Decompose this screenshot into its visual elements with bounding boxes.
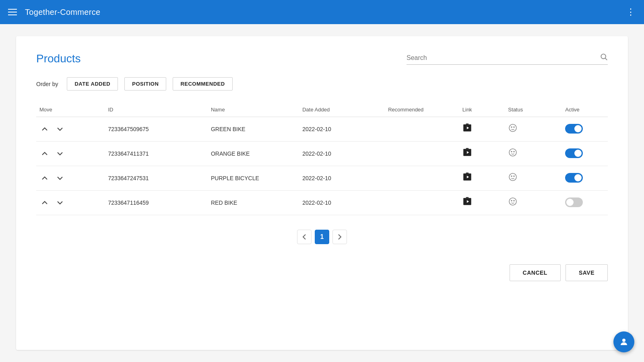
product-id: 7233647411371: [105, 142, 208, 166]
cancel-button[interactable]: CANCEL: [510, 264, 561, 281]
content-card: Products Order by DATE ADDED POSITION RE…: [16, 36, 628, 350]
product-status-cell: [505, 142, 562, 166]
svg-point-0: [601, 54, 606, 59]
svg-rect-16: [466, 173, 469, 174]
order-by-recommended[interactable]: RECOMMENDED: [173, 77, 232, 90]
move-down-button[interactable]: [55, 174, 65, 183]
main-container: Products Order by DATE ADDED POSITION RE…: [0, 24, 644, 362]
move-up-button[interactable]: [39, 198, 50, 207]
bottom-actions: CANCEL SAVE: [36, 264, 608, 281]
move-down-button[interactable]: [55, 125, 65, 134]
col-header-status: Status: [505, 103, 562, 117]
move-up-button[interactable]: [39, 149, 50, 158]
product-recommended: [385, 166, 459, 191]
app-title: Together-Commerce: [25, 8, 100, 17]
active-toggle[interactable]: [565, 173, 583, 183]
top-navigation: Together-Commerce ⋮: [0, 0, 644, 24]
col-header-link: Link: [459, 103, 505, 117]
product-recommended: [385, 117, 459, 142]
col-header-active: Active: [562, 103, 608, 117]
svg-rect-4: [466, 123, 469, 125]
status-smiley-icon[interactable]: [508, 174, 518, 184]
link-bag-icon[interactable]: [462, 125, 473, 135]
product-name: ORANGE BIKE: [208, 142, 299, 166]
svg-point-25: [514, 200, 514, 201]
move-down-button[interactable]: [55, 198, 65, 207]
product-date: 2022-02-10: [299, 142, 385, 166]
save-button[interactable]: SAVE: [566, 264, 608, 281]
table-row: 7233647411371 ORANGE BIKE 2022-02-10: [36, 142, 608, 166]
order-by-date-added[interactable]: DATE ADDED: [67, 77, 118, 90]
products-table: Move ID Name Date Added Recommended Link…: [36, 103, 608, 215]
link-bag-icon[interactable]: [462, 174, 473, 184]
active-toggle[interactable]: [565, 124, 583, 134]
table-row: 7233647247531 PURPLE BICYCLE 2022-02-10: [36, 166, 608, 191]
table-row: 7233647116459 RED BIKE 2022-02-10: [36, 191, 608, 215]
svg-point-6: [511, 127, 512, 128]
table-row: 7233647509675 GREEN BIKE 2022-02-10: [36, 117, 608, 142]
svg-point-26: [622, 339, 625, 342]
order-by-label: Order by: [36, 81, 58, 87]
move-up-button[interactable]: [39, 174, 50, 183]
svg-point-18: [511, 176, 512, 177]
product-link-cell: [459, 191, 505, 215]
hamburger-icon[interactable]: [8, 9, 17, 15]
col-header-recommended: Recommended: [385, 103, 459, 117]
move-cell: [39, 174, 101, 183]
header-row: Products: [36, 52, 608, 65]
product-link-cell: [459, 166, 505, 191]
product-recommended: [385, 191, 459, 215]
product-name: RED BIKE: [208, 191, 299, 215]
product-name: GREEN BIKE: [208, 117, 299, 142]
product-active-cell: [562, 117, 608, 142]
search-container: [407, 53, 608, 65]
product-name: PURPLE BICYCLE: [208, 166, 299, 191]
svg-rect-22: [466, 197, 469, 198]
product-active-cell: [562, 142, 608, 166]
move-cell: [39, 125, 101, 134]
svg-point-17: [509, 173, 516, 181]
svg-point-24: [511, 200, 512, 201]
move-up-button[interactable]: [39, 125, 50, 134]
active-toggle[interactable]: [565, 148, 583, 158]
product-date: 2022-02-10: [299, 166, 385, 191]
status-smiley-icon[interactable]: [508, 125, 518, 135]
order-by-position[interactable]: POSITION: [124, 77, 166, 90]
link-bag-icon[interactable]: [462, 150, 473, 160]
pagination-page-1[interactable]: 1: [315, 230, 329, 244]
svg-rect-10: [466, 148, 469, 149]
order-by-row: Order by DATE ADDED POSITION RECOMMENDED: [36, 77, 608, 90]
fab-button[interactable]: [613, 331, 634, 352]
svg-point-19: [514, 176, 514, 177]
product-status-cell: [505, 117, 562, 142]
more-vert-icon[interactable]: ⋮: [626, 7, 636, 17]
product-status-cell: [505, 166, 562, 191]
product-status-cell: [505, 191, 562, 215]
product-recommended: [385, 142, 459, 166]
product-link-cell: [459, 142, 505, 166]
svg-point-11: [509, 149, 516, 156]
svg-point-7: [514, 127, 514, 128]
search-input[interactable]: [407, 54, 600, 62]
move-down-button[interactable]: [55, 149, 65, 158]
pagination-prev[interactable]: [297, 230, 312, 244]
move-cell: [39, 198, 101, 207]
product-active-cell: [562, 191, 608, 215]
col-header-id: ID: [105, 103, 208, 117]
svg-point-23: [509, 198, 516, 205]
status-smiley-icon[interactable]: [508, 149, 518, 159]
link-bag-icon[interactable]: [462, 199, 473, 209]
svg-line-1: [605, 58, 607, 60]
col-header-name: Name: [208, 103, 299, 117]
pagination: 1: [36, 230, 608, 244]
product-date: 2022-02-10: [299, 191, 385, 215]
pagination-next[interactable]: [332, 230, 347, 244]
col-header-move: Move: [36, 103, 105, 117]
col-header-date: Date Added: [299, 103, 385, 117]
svg-point-5: [509, 124, 516, 132]
active-toggle[interactable]: [565, 197, 583, 207]
product-date: 2022-02-10: [299, 117, 385, 142]
svg-point-13: [514, 151, 514, 152]
status-smiley-icon[interactable]: [508, 198, 518, 208]
product-active-cell: [562, 166, 608, 191]
